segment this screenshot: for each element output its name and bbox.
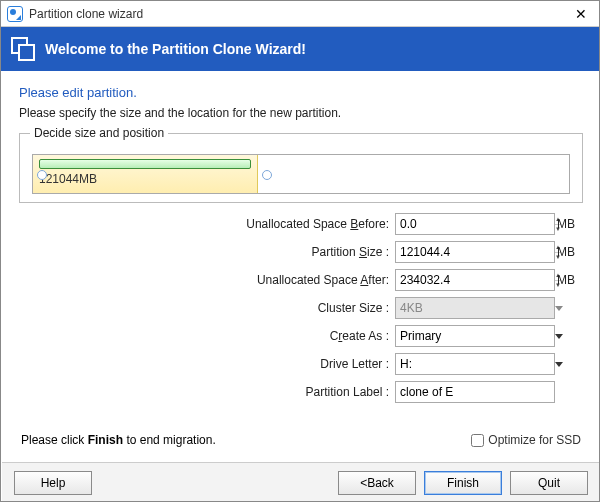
help-button[interactable]: Help [14,471,92,495]
resize-handle-right[interactable] [262,170,272,180]
banner-title: Welcome to the Partition Clone Wizard! [45,41,306,57]
unalloc-after-field[interactable] [396,270,554,290]
unit-mb: MB [555,217,583,231]
label-drive-letter: Drive Letter : [19,357,395,371]
select-create-as[interactable] [395,325,555,347]
unit-mb: MB [555,245,583,259]
disk-bar[interactable]: 121044MB [32,154,570,194]
wizard-content: Please edit partition. Please specify th… [1,71,600,451]
chevron-down-icon [555,362,563,367]
close-button[interactable]: ✕ [561,1,600,27]
optimize-ssd-label: Optimize for SSD [488,433,581,447]
label-partition-size: Partition Size : [19,245,395,259]
hint-row: Please click Finish to end migration. Op… [19,433,583,447]
dropdown-button[interactable] [554,354,563,374]
page-heading: Please edit partition. [19,85,583,100]
partition-size-field[interactable] [396,242,554,262]
label-cluster-size: Cluster Size : [19,301,395,315]
size-position-group: Decide size and position 121044MB [19,126,583,203]
create-as-field[interactable] [396,326,554,346]
input-unalloc-before[interactable]: ▲ ▼ [395,213,555,235]
dropdown-button [554,298,563,318]
drive-letter-field[interactable] [396,354,554,374]
window-title: Partition clone wizard [29,7,561,21]
label-unalloc-before: Unallocated Space Before: [19,217,395,231]
select-cluster-size [395,297,555,319]
label-create-as: Create As : [19,329,395,343]
input-partition-size[interactable]: ▲ ▼ [395,241,555,263]
wizard-banner: Welcome to the Partition Clone Wizard! [1,27,600,71]
hint-text: Please click Finish to end migration. [21,433,471,447]
chevron-down-icon [555,334,563,339]
page-subheading: Please specify the size and the location… [19,106,583,120]
cluster-size-field [396,298,554,318]
partition-segment[interactable]: 121044MB [33,155,258,193]
unalloc-before-field[interactable] [396,214,554,234]
input-partition-label[interactable] [395,381,555,403]
titlebar: Partition clone wizard ✕ [1,1,600,27]
resize-handle-left[interactable] [37,170,47,180]
label-unalloc-after: Unallocated Space After: [19,273,395,287]
quit-button[interactable]: Quit [510,471,588,495]
optimize-ssd-input[interactable] [471,434,484,447]
back-button[interactable]: <Back [338,471,416,495]
clone-icon [11,37,35,61]
button-bar: Help <Back Finish Quit [2,462,600,502]
app-icon [7,6,23,22]
partition-usage-bar [39,159,251,169]
partition-form: Unallocated Space Before: ▲ ▼ MB Partiti… [19,213,583,403]
finish-button[interactable]: Finish [424,471,502,495]
unit-mb: MB [555,273,583,287]
select-drive-letter[interactable] [395,353,555,375]
optimize-ssd-checkbox[interactable]: Optimize for SSD [471,433,581,447]
fieldset-legend: Decide size and position [30,126,168,140]
label-partition-label: Partition Label : [19,385,395,399]
partition-size-label: 121044MB [39,172,251,186]
dropdown-button[interactable] [554,326,563,346]
partition-label-field[interactable] [396,382,554,402]
chevron-down-icon [555,306,563,311]
input-unalloc-after[interactable]: ▲ ▼ [395,269,555,291]
